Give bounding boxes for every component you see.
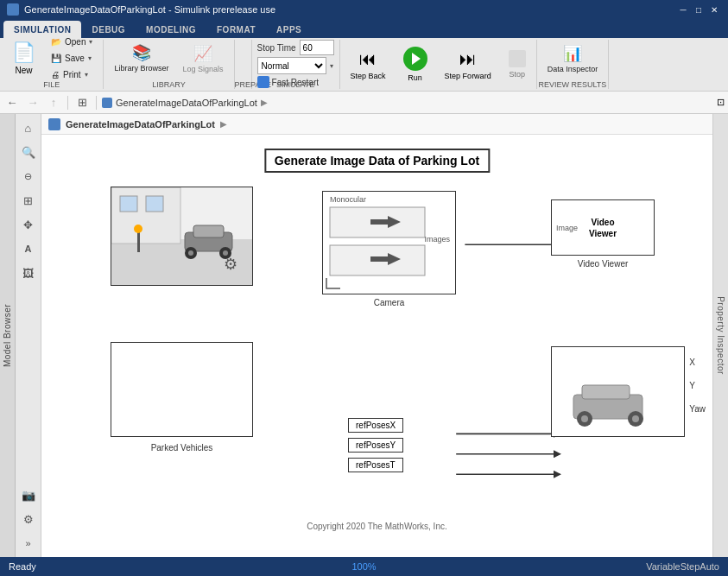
maximize-button[interactable]: □ <box>692 3 706 16</box>
library-group: 📚 Library Browser 📈 Log Signals LIBRARY <box>104 40 234 89</box>
toolbar-separator <box>67 96 68 110</box>
output-yaw: Yaw <box>689 404 706 414</box>
ego-vehicle-svg <box>552 347 684 436</box>
sidebar-fit-btn[interactable]: ⊞ <box>18 190 39 211</box>
sidebar-text-btn[interactable]: A <box>18 238 39 259</box>
save-button[interactable]: 💾Save▾ <box>46 51 98 66</box>
tab-apps[interactable]: APPS <box>266 21 312 38</box>
prepare-group: PREPARE <box>235 40 252 89</box>
model-browser-label: Model Browser <box>3 304 12 367</box>
sidebar-zoom-in-btn[interactable]: 🔍 <box>18 142 39 162</box>
breadcrumb-text[interactable]: GenerateImageDataOfParkingLot <box>116 98 257 108</box>
svg-rect-22 <box>582 385 630 399</box>
svg-point-26 <box>632 415 639 422</box>
forward-button[interactable]: → <box>24 94 41 111</box>
video-viewer-input-label: Image <box>556 224 578 232</box>
ribbon-toolbar: 📄 New 📂Open▾ 💾Save▾ 🖨Print▾ FILE 📚 Libra… <box>0 38 728 92</box>
ribbon-tabs: SIMULATION DEBUG MODELING FORMAT APPS <box>0 19 728 38</box>
stop-time-row: Stop Time <box>257 40 334 55</box>
window-title: GenerateImageDataOfParkingLot - Simulink… <box>24 4 275 15</box>
title-bar: GenerateImageDataOfParkingLot - Simulink… <box>0 0 728 19</box>
sidebar-zoom-out-btn[interactable]: ⊖ <box>18 166 39 187</box>
svg-point-11 <box>188 250 193 256</box>
status-ready: Ready <box>9 561 36 572</box>
review-results-group: 📊 Data Inspector REVIEW RESULTS <box>537 40 610 89</box>
camera-images-label: Images <box>424 235 450 244</box>
file-actions: 📂Open▾ 💾Save▾ 🖨Print▾ <box>46 35 98 83</box>
svg-rect-14 <box>137 231 140 252</box>
canvas-arrow: ▶ <box>220 119 227 129</box>
new-button[interactable]: 📄 New <box>5 38 42 79</box>
simulate-group: Stop Time Normal ▾ Fast Restart SIMULATE <box>252 40 340 89</box>
parked-vehicles-block[interactable] <box>111 342 253 437</box>
copyright-text: Copyright 2020 The MathWorks, Inc. <box>307 522 447 531</box>
file-group: 📄 New 📂Open▾ 💾Save▾ 🖨Print▾ FILE <box>0 40 104 89</box>
camera-block[interactable]: Monocular Images Camera <box>322 191 456 294</box>
tab-modeling[interactable]: MODELING <box>136 21 206 38</box>
svg-rect-6 <box>120 196 137 212</box>
data-inspector-button[interactable]: 📊 Data Inspector <box>542 39 604 79</box>
ref-poses-x-block[interactable]: refPosesX <box>348 418 403 433</box>
main-content: Model Browser ⌂ 🔍 ⊖ ⊞ ✥ A 🖼 📷 ⚙ » Genera… <box>0 114 728 557</box>
tab-format[interactable]: FORMAT <box>206 21 266 38</box>
minimize-button[interactable]: ─ <box>676 3 690 16</box>
play-controls: ⏮ Step Back Run ⏭ Step Forward Stop <box>340 40 537 89</box>
stop-button[interactable]: Stop <box>503 45 531 85</box>
model-browser-sidebar: Model Browser <box>0 114 16 557</box>
video-viewer-label: Video Viewer <box>552 259 654 269</box>
video-viewer-block[interactable]: Image VideoViewer Video Viewer <box>551 199 655 256</box>
canvas-body[interactable]: Generate Image Data of Parking Lot <box>41 135 712 557</box>
run-button[interactable]: Run <box>398 45 433 85</box>
close-button[interactable]: ✕ <box>707 3 721 16</box>
parking-scene-block[interactable]: ⚙ <box>111 187 253 286</box>
canvas-title: GenerateImageDataOfParkingLot <box>66 119 215 130</box>
sidebar-home-btn[interactable]: ⌂ <box>18 117 39 138</box>
canvas-model-icon <box>48 118 60 130</box>
nav-toolbar: ← → ↑ ⊞ GenerateImageDataOfParkingLot ▶ … <box>0 92 728 114</box>
sidebar-camera-btn[interactable]: 📷 <box>18 484 39 505</box>
fit-button[interactable]: ⊞ <box>73 94 91 111</box>
sidebar-image-btn[interactable]: 🖼 <box>18 263 39 283</box>
parked-vehicles-label: Parked Vehicles <box>111 443 253 453</box>
status-bar: Ready 100% VariableStepAuto <box>0 557 728 576</box>
mode-row: Normal ▾ <box>257 57 333 74</box>
parking-scene-svg: ⚙ <box>111 187 252 285</box>
ego-outputs: X Y Yaw <box>689 358 706 414</box>
ego-vehicle-block[interactable]: X Y Yaw <box>551 346 685 437</box>
breadcrumb: GenerateImageDataOfParkingLot ▶ <box>102 98 268 108</box>
back-button[interactable]: ← <box>3 94 21 111</box>
step-back-button[interactable]: ⏮ Step Back <box>345 45 391 85</box>
video-viewer-title: VideoViewer <box>589 217 617 239</box>
svg-point-15 <box>134 225 142 233</box>
camera-monocular-label: Monocular <box>330 195 366 204</box>
canvas-header: GenerateImageDataOfParkingLot ▶ <box>41 114 712 135</box>
toolbar-right-btn[interactable]: ⊡ <box>717 97 725 108</box>
sidebar-settings-btn[interactable]: ⚙ <box>18 509 39 529</box>
open-button[interactable]: 📂Open▾ <box>46 35 98 50</box>
ref-poses-t-block[interactable]: refPosesT <box>348 458 403 472</box>
log-signals-button[interactable]: 📈 Log Signals <box>178 39 229 79</box>
step-forward-button[interactable]: ⏭ Step Forward <box>440 45 497 85</box>
sidebar-expand-btn[interactable]: » <box>18 533 39 554</box>
sidebar-pan-btn[interactable]: ✥ <box>18 214 39 235</box>
toolbar-separator-2 <box>96 96 97 110</box>
output-x: X <box>689 358 706 367</box>
up-button[interactable]: ↑ <box>45 94 62 111</box>
svg-rect-9 <box>193 225 224 237</box>
canvas-area: GenerateImageDataOfParkingLot ▶ Generate… <box>41 114 712 557</box>
ref-poses-y-block[interactable]: refPosesY <box>348 438 403 453</box>
diagram-title: Generate Image Data of Parking Lot <box>264 149 490 173</box>
library-browser-button[interactable]: 📚 Library Browser <box>109 39 174 79</box>
simulink-icon <box>7 3 19 16</box>
breadcrumb-icon <box>102 98 112 108</box>
left-icon-sidebar: ⌂ 🔍 ⊖ ⊞ ✥ A 🖼 📷 ⚙ » <box>16 114 41 557</box>
camera-label: Camera <box>323 298 455 307</box>
svg-text:⚙: ⚙ <box>224 256 237 273</box>
stop-time-input[interactable] <box>300 40 334 55</box>
property-inspector-label: Property Inspector <box>716 296 725 375</box>
property-inspector-panel: Property Inspector <box>712 114 728 557</box>
mode-select[interactable]: Normal <box>257 57 326 74</box>
window-controls: ─ □ ✕ <box>676 3 721 16</box>
status-mode: VariableStepAuto <box>646 561 719 572</box>
output-y: Y <box>689 381 706 390</box>
